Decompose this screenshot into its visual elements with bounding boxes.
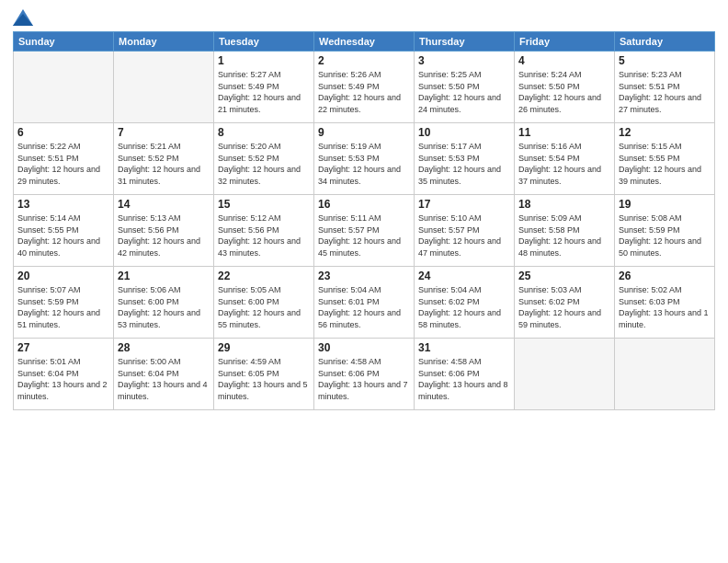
day-number: 10 (418, 126, 510, 139)
calendar-header-friday: Friday (515, 32, 615, 52)
day-info: Sunrise: 4:58 AMSunset: 6:06 PMDaylight:… (418, 356, 510, 402)
calendar-cell: 24Sunrise: 5:04 AMSunset: 6:02 PMDayligh… (415, 267, 515, 339)
day-info: Sunrise: 5:19 AMSunset: 5:53 PMDaylight:… (318, 141, 410, 187)
day-info: Sunrise: 5:08 AMSunset: 5:59 PMDaylight:… (619, 213, 711, 259)
day-number: 24 (418, 270, 510, 282)
day-number: 11 (518, 126, 610, 139)
day-number: 1 (218, 54, 310, 67)
calendar-cell (615, 339, 715, 410)
calendar-cell: 9Sunrise: 5:19 AMSunset: 5:53 PMDaylight… (314, 123, 415, 195)
calendar-cell: 27Sunrise: 5:01 AMSunset: 6:04 PMDayligh… (14, 339, 114, 410)
calendar-header-monday: Monday (114, 32, 214, 52)
day-info: Sunrise: 5:26 AMSunset: 5:49 PMDaylight:… (318, 69, 410, 115)
calendar-cell: 7Sunrise: 5:21 AMSunset: 5:52 PMDaylight… (114, 123, 214, 195)
calendar-week-0: 1Sunrise: 5:27 AMSunset: 5:49 PMDaylight… (14, 52, 715, 123)
calendar-cell: 10Sunrise: 5:17 AMSunset: 5:53 PMDayligh… (415, 123, 515, 195)
day-number: 8 (218, 126, 310, 139)
day-number: 28 (118, 341, 210, 354)
calendar-cell: 6Sunrise: 5:22 AMSunset: 5:51 PMDaylight… (14, 123, 114, 195)
calendar-cell: 1Sunrise: 5:27 AMSunset: 5:49 PMDaylight… (214, 52, 314, 123)
day-info: Sunrise: 5:07 AMSunset: 5:59 PMDaylight:… (17, 284, 109, 330)
logo (13, 9, 36, 26)
day-number: 19 (619, 198, 711, 211)
day-info: Sunrise: 5:14 AMSunset: 5:55 PMDaylight:… (17, 213, 109, 259)
calendar-cell: 23Sunrise: 5:04 AMSunset: 6:01 PMDayligh… (314, 267, 415, 339)
calendar-table: SundayMondayTuesdayWednesdayThursdayFrid… (13, 31, 715, 410)
day-number: 30 (318, 341, 410, 354)
day-number: 5 (619, 54, 711, 67)
calendar-header-sunday: Sunday (14, 32, 114, 52)
day-number: 17 (418, 198, 510, 211)
calendar-cell: 3Sunrise: 5:25 AMSunset: 5:50 PMDaylight… (415, 52, 515, 123)
day-number: 16 (318, 198, 410, 211)
day-number: 6 (17, 126, 109, 139)
day-info: Sunrise: 5:03 AMSunset: 6:02 PMDaylight:… (518, 284, 610, 330)
calendar-cell: 25Sunrise: 5:03 AMSunset: 6:02 PMDayligh… (515, 267, 615, 339)
day-info: Sunrise: 5:24 AMSunset: 5:50 PMDaylight:… (518, 69, 610, 115)
day-info: Sunrise: 5:13 AMSunset: 5:56 PMDaylight:… (118, 213, 210, 259)
day-number: 29 (218, 341, 310, 354)
day-info: Sunrise: 5:27 AMSunset: 5:49 PMDaylight:… (218, 69, 310, 115)
day-number: 22 (218, 270, 310, 282)
logo-icon (13, 9, 33, 26)
day-info: Sunrise: 5:02 AMSunset: 6:03 PMDaylight:… (619, 284, 711, 330)
calendar-cell: 5Sunrise: 5:23 AMSunset: 5:51 PMDaylight… (615, 52, 715, 123)
day-info: Sunrise: 5:10 AMSunset: 5:57 PMDaylight:… (418, 213, 510, 259)
day-info: Sunrise: 5:23 AMSunset: 5:51 PMDaylight:… (619, 69, 711, 115)
calendar-cell (515, 339, 615, 410)
calendar-cell: 4Sunrise: 5:24 AMSunset: 5:50 PMDaylight… (515, 52, 615, 123)
day-number: 4 (518, 54, 610, 67)
calendar-cell: 20Sunrise: 5:07 AMSunset: 5:59 PMDayligh… (14, 267, 114, 339)
calendar-cell: 21Sunrise: 5:06 AMSunset: 6:00 PMDayligh… (114, 267, 214, 339)
day-info: Sunrise: 5:11 AMSunset: 5:57 PMDaylight:… (318, 213, 410, 259)
calendar-cell: 11Sunrise: 5:16 AMSunset: 5:54 PMDayligh… (515, 123, 615, 195)
day-info: Sunrise: 5:22 AMSunset: 5:51 PMDaylight:… (17, 141, 109, 187)
day-info: Sunrise: 5:20 AMSunset: 5:52 PMDaylight:… (218, 141, 310, 187)
day-number: 14 (118, 198, 210, 211)
calendar-cell (14, 52, 114, 123)
day-number: 31 (418, 341, 510, 354)
calendar-cell (114, 52, 214, 123)
day-number: 15 (218, 198, 310, 211)
day-info: Sunrise: 5:21 AMSunset: 5:52 PMDaylight:… (118, 141, 210, 187)
day-info: Sunrise: 5:00 AMSunset: 6:04 PMDaylight:… (118, 356, 210, 402)
calendar-cell: 18Sunrise: 5:09 AMSunset: 5:58 PMDayligh… (515, 195, 615, 267)
svg-marker-1 (13, 14, 33, 26)
day-info: Sunrise: 5:17 AMSunset: 5:53 PMDaylight:… (418, 141, 510, 187)
day-info: Sunrise: 5:06 AMSunset: 6:00 PMDaylight:… (118, 284, 210, 330)
calendar-header-saturday: Saturday (615, 32, 715, 52)
day-number: 23 (318, 270, 410, 282)
calendar-cell: 17Sunrise: 5:10 AMSunset: 5:57 PMDayligh… (415, 195, 515, 267)
calendar-cell: 15Sunrise: 5:12 AMSunset: 5:56 PMDayligh… (214, 195, 314, 267)
calendar-week-3: 20Sunrise: 5:07 AMSunset: 5:59 PMDayligh… (14, 267, 715, 339)
day-info: Sunrise: 5:04 AMSunset: 6:01 PMDaylight:… (318, 284, 410, 330)
day-number: 18 (518, 198, 610, 211)
day-info: Sunrise: 5:01 AMSunset: 6:04 PMDaylight:… (17, 356, 109, 402)
day-number: 12 (619, 126, 711, 139)
calendar-cell: 26Sunrise: 5:02 AMSunset: 6:03 PMDayligh… (615, 267, 715, 339)
calendar-cell: 13Sunrise: 5:14 AMSunset: 5:55 PMDayligh… (14, 195, 114, 267)
day-number: 27 (17, 341, 109, 354)
day-info: Sunrise: 5:04 AMSunset: 6:02 PMDaylight:… (418, 284, 510, 330)
calendar-cell: 19Sunrise: 5:08 AMSunset: 5:59 PMDayligh… (615, 195, 715, 267)
day-number: 9 (318, 126, 410, 139)
calendar-cell: 12Sunrise: 5:15 AMSunset: 5:55 PMDayligh… (615, 123, 715, 195)
calendar-cell: 29Sunrise: 4:59 AMSunset: 6:05 PMDayligh… (214, 339, 314, 410)
day-info: Sunrise: 5:16 AMSunset: 5:54 PMDaylight:… (518, 141, 610, 187)
calendar-header-wednesday: Wednesday (314, 32, 415, 52)
calendar-week-2: 13Sunrise: 5:14 AMSunset: 5:55 PMDayligh… (14, 195, 715, 267)
calendar-cell: 16Sunrise: 5:11 AMSunset: 5:57 PMDayligh… (314, 195, 415, 267)
calendar-header-tuesday: Tuesday (214, 32, 314, 52)
header (13, 9, 715, 26)
day-info: Sunrise: 5:25 AMSunset: 5:50 PMDaylight:… (418, 69, 510, 115)
day-info: Sunrise: 4:58 AMSunset: 6:06 PMDaylight:… (318, 356, 410, 402)
day-info: Sunrise: 5:12 AMSunset: 5:56 PMDaylight:… (218, 213, 310, 259)
calendar-header-row: SundayMondayTuesdayWednesdayThursdayFrid… (14, 32, 715, 52)
calendar-cell: 14Sunrise: 5:13 AMSunset: 5:56 PMDayligh… (114, 195, 214, 267)
day-number: 7 (118, 126, 210, 139)
calendar-week-4: 27Sunrise: 5:01 AMSunset: 6:04 PMDayligh… (14, 339, 715, 410)
calendar-week-1: 6Sunrise: 5:22 AMSunset: 5:51 PMDaylight… (14, 123, 715, 195)
day-number: 20 (17, 270, 109, 282)
calendar-cell: 22Sunrise: 5:05 AMSunset: 6:00 PMDayligh… (214, 267, 314, 339)
calendar-cell: 8Sunrise: 5:20 AMSunset: 5:52 PMDaylight… (214, 123, 314, 195)
